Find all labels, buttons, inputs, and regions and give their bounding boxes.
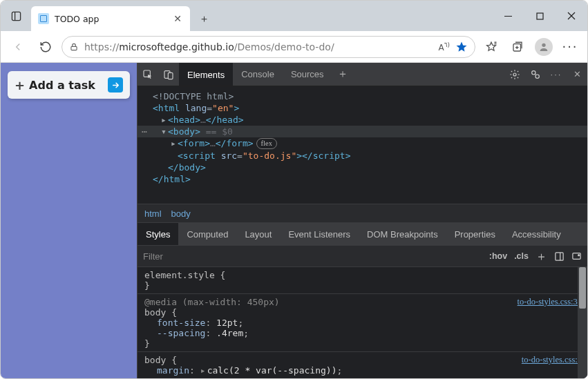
svg-rect-3 (537, 13, 543, 19)
styles-tabbar: Styles Computed Layout Event Listeners D… (137, 223, 587, 245)
tab-sources[interactable]: Sources (283, 63, 332, 86)
tab-title: TODO app (55, 14, 167, 24)
styles-pane[interactable]: element.style { } to-do-styles.css:39 @m… (137, 267, 587, 378)
styles-tab-dombreakpoints[interactable]: DOM Breakpoints (359, 223, 446, 245)
svg-line-21 (535, 74, 535, 75)
styles-scrollbar[interactable] (578, 267, 587, 378)
maximize-button[interactable] (524, 1, 556, 31)
svg-point-14 (542, 43, 545, 46)
devtools-panel: Elements Console Sources ＋ ··· ✕ <!DOCTY… (137, 63, 587, 378)
tab-console[interactable]: Console (233, 63, 283, 86)
dom-tree[interactable]: <!DOCTYPE html> <html lang="en"> ▸<head>… (137, 86, 587, 204)
window-controls (492, 1, 587, 31)
svg-rect-17 (168, 72, 173, 79)
cls-toggle[interactable]: .cls (514, 251, 529, 261)
computed-styles-icon[interactable] (554, 251, 565, 262)
collections-button[interactable] (506, 35, 529, 59)
favorites-button[interactable] (480, 35, 503, 59)
inspect-element-icon[interactable] (137, 63, 158, 86)
more-tabs-icon[interactable]: ＋ (332, 63, 353, 86)
submit-task-button[interactable] (108, 77, 123, 93)
styles-tab-properties[interactable]: Properties (446, 223, 504, 245)
content-area: + Add a task Elements Console Sources ＋ … (1, 63, 587, 378)
svg-point-18 (513, 73, 516, 76)
favorite-star-icon[interactable] (455, 41, 468, 53)
tab-elements[interactable]: Elements (179, 63, 233, 86)
issues-icon[interactable] (525, 63, 546, 86)
devtools-tabbar: Elements Console Sources ＋ ··· ✕ (137, 63, 587, 86)
styles-tab-layout[interactable]: Layout (236, 223, 280, 245)
svg-rect-6 (71, 46, 77, 50)
tab-favicon (38, 13, 49, 24)
rendering-icon[interactable] (571, 251, 582, 262)
plus-icon: + (15, 78, 25, 93)
profile-button[interactable] (532, 35, 556, 59)
styles-filter-input[interactable]: Filter (143, 251, 482, 262)
styles-tab-styles[interactable]: Styles (137, 223, 178, 245)
tab-close-icon[interactable]: ✕ (172, 13, 183, 24)
read-aloud-icon[interactable]: A٦) (438, 41, 450, 52)
dom-selected-node[interactable]: ⋯▾<body> == $0 (137, 126, 587, 137)
tab-actions-button[interactable] (1, 1, 31, 31)
minimize-button[interactable] (492, 1, 524, 31)
svg-rect-0 (12, 12, 20, 20)
window-titlebar: TODO app ✕ ＋ (1, 1, 587, 31)
styles-tab-accessibility[interactable]: Accessibility (504, 223, 569, 245)
browser-toolbar: https://microsoftedge.github.io/Demos/de… (1, 31, 587, 63)
styles-tab-eventlisteners[interactable]: Event Listeners (280, 223, 359, 245)
url-text: https://microsoftedge.github.io/Demos/de… (84, 41, 433, 52)
breadcrumb-html[interactable]: html (144, 208, 162, 219)
flex-badge[interactable]: flex (256, 138, 277, 149)
devtools-more-icon[interactable]: ··· (546, 63, 567, 86)
hov-toggle[interactable]: :hov (489, 251, 507, 261)
dom-doctype: <!DOCTYPE html> (153, 91, 234, 101)
breadcrumb-body[interactable]: body (171, 208, 191, 219)
devtools-close-icon[interactable]: ✕ (567, 63, 587, 86)
add-task-card: + Add a task (8, 71, 130, 99)
svg-point-19 (532, 70, 535, 74)
settings-icon[interactable] (504, 63, 525, 86)
close-window-button[interactable] (556, 1, 587, 31)
new-style-rule-icon[interactable]: ＋ (535, 249, 547, 264)
refresh-button[interactable] (34, 35, 57, 59)
more-button[interactable]: ··· (558, 35, 582, 59)
page-body: + Add a task (1, 63, 137, 378)
rule-source-link[interactable]: to-do-styles.css:1 (522, 355, 582, 365)
svg-marker-7 (457, 41, 467, 51)
device-toolbar-icon[interactable] (158, 63, 179, 86)
svg-point-25 (578, 254, 580, 255)
rule-source-link[interactable]: to-do-styles.css:39 (518, 297, 582, 307)
svg-point-20 (535, 75, 539, 78)
new-tab-button[interactable]: ＋ (193, 8, 215, 30)
svg-rect-22 (556, 252, 563, 260)
svg-marker-8 (487, 42, 496, 50)
lock-icon (69, 42, 79, 52)
styles-filterbar: Filter :hov .cls ＋ (137, 245, 587, 267)
back-button[interactable] (6, 35, 30, 59)
styles-tab-computed[interactable]: Computed (178, 223, 236, 245)
address-bar[interactable]: https://microsoftedge.github.io/Demos/de… (61, 36, 475, 58)
add-task-label[interactable]: Add a task (29, 79, 95, 92)
dom-breadcrumb: html body (137, 204, 587, 223)
rule-element-style: element.style { (144, 270, 580, 280)
browser-tab[interactable]: TODO app ✕ (31, 6, 190, 31)
